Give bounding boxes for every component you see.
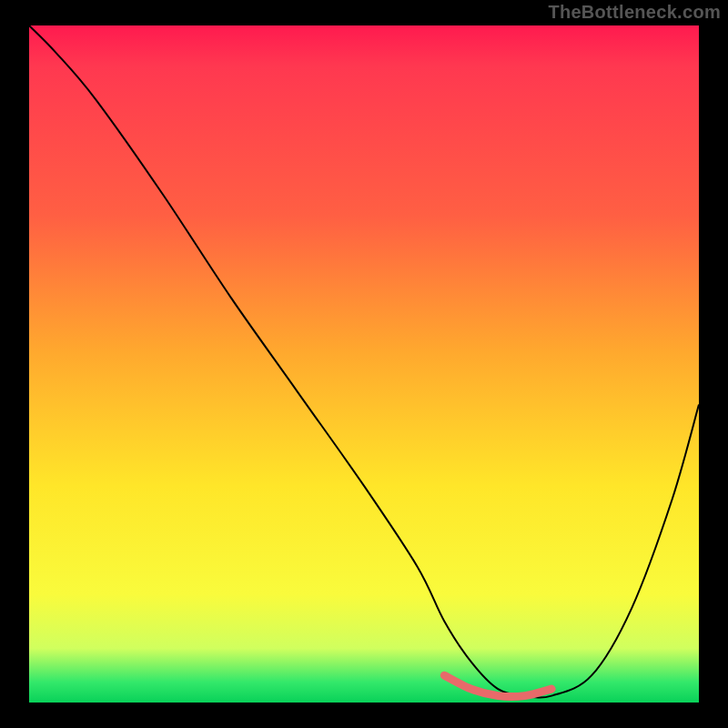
bottleneck-curve [29,25,699,698]
plot-area [29,25,699,703]
chart-frame: TheBottleneck.com [0,0,728,728]
watermark-text: TheBottleneck.com [548,2,721,23]
curve-layer [29,25,699,703]
min-highlight [444,675,551,696]
